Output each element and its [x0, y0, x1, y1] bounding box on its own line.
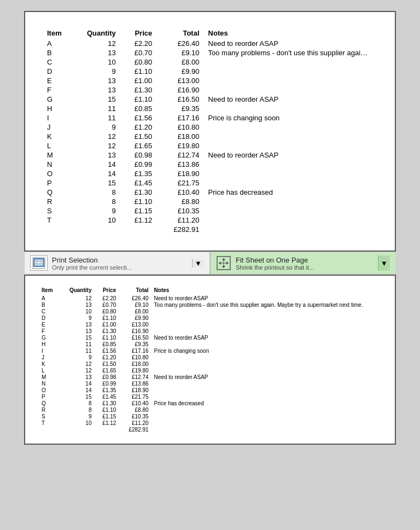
cell-qty-s: 15 — [62, 393, 97, 400]
cell-item-s: Q — [42, 400, 62, 406]
cell-item-s: T — [42, 420, 62, 426]
cell-item-s: F — [42, 328, 62, 334]
cell-total: £8.80 — [161, 197, 208, 206]
cell-price: £1.56 — [125, 113, 161, 123]
cell-total-s: £17.16 — [121, 347, 154, 354]
table-row: N 14 £0.99 £13.86 — [47, 160, 373, 169]
cell-price: £0.80 — [125, 57, 161, 67]
cell-price-s: £2.20 — [97, 295, 121, 301]
table-row: R 8 £1.10 £8.80 — [47, 197, 373, 206]
svg-marker-10 — [222, 266, 225, 268]
cell-item: F — [47, 85, 73, 95]
cell-total-s: £16.90 — [121, 328, 154, 334]
cell-item-s: S — [42, 413, 62, 420]
cell-notes: Price is changing soon — [208, 113, 373, 123]
cell-item: D — [47, 67, 73, 76]
col-header-notes-s: Notes — [154, 287, 378, 295]
cell-notes: Need to reorder ASAP — [208, 95, 373, 104]
cell-item: P — [47, 178, 73, 188]
cell-qty-s: 15 — [62, 334, 97, 341]
table-row: F 13 £1.30 £16.90 — [47, 85, 373, 95]
cell-notes-s: Need to reorder ASAP — [154, 295, 378, 301]
cell-qty: 15 — [73, 95, 125, 104]
table-row-small: S 9 £1.15 £10.35 — [42, 413, 378, 420]
cell-price-s: £1.10 — [97, 314, 121, 321]
cell-qty-s: 8 — [62, 406, 97, 413]
cell-qty-s: 11 — [62, 347, 97, 354]
cell-price: £1.20 — [125, 123, 161, 132]
cell-total-s: £13.00 — [121, 321, 154, 328]
svg-rect-1 — [34, 259, 38, 262]
cell-notes-s — [154, 380, 378, 387]
cell-notes-s — [154, 406, 378, 413]
cell-total: £12.74 — [161, 150, 208, 160]
print-selection-sublabel: Only print the current selecti... — [52, 264, 188, 271]
col-header-total-s: Total — [121, 287, 154, 295]
cell-notes-s — [154, 387, 378, 393]
cell-notes-s — [154, 328, 378, 334]
cell-total-s: £10.40 — [121, 400, 154, 406]
table-row: D 9 £1.10 £9.90 — [47, 67, 373, 76]
cell-total-s: £10.35 — [121, 413, 154, 420]
cell-notes — [208, 178, 373, 188]
cell-qty-s: 12 — [62, 295, 97, 301]
cell-total-s: £9.10 — [121, 301, 154, 308]
cell-qty: 14 — [73, 169, 125, 178]
cell-item-s: I — [42, 347, 62, 354]
cell-price: £1.30 — [125, 85, 161, 95]
fit-sheet-text: Fit Sheet on One Page Shrink the printou… — [236, 256, 374, 271]
cell-total: £19.80 — [161, 141, 208, 150]
cell-price-s: £0.98 — [97, 374, 121, 380]
table-row: A 12 £2.20 £26.40 Need to reorder ASAP — [47, 39, 373, 48]
print-selection-section: Print Selection Only print the current s… — [25, 252, 210, 274]
cell-item-s: K — [42, 360, 62, 367]
fit-sheet-dropdown[interactable]: ▼ — [378, 255, 390, 271]
cell-item: H — [47, 104, 73, 113]
cell-item: I — [47, 113, 73, 123]
cell-price: £1.45 — [125, 178, 161, 188]
cell-notes-s — [154, 420, 378, 426]
table-row-small: K 12 £1.50 £18.00 — [42, 360, 378, 367]
col-header-item-s: Item — [42, 287, 62, 295]
cell-total-s: £9.90 — [121, 314, 154, 321]
cell-item: O — [47, 169, 73, 178]
cell-notes — [208, 104, 373, 113]
cell-notes-s: Price has decreased — [154, 400, 378, 406]
table-row: O 14 £1.35 £18.90 — [47, 169, 373, 178]
table-row-small: L 12 £1.65 £19.80 — [42, 367, 378, 374]
cell-item-s: O — [42, 387, 62, 393]
cell-item-s: C — [42, 308, 62, 314]
cell-total: £13.86 — [161, 160, 208, 169]
cell-price-s: £1.45 — [97, 393, 121, 400]
cell-item: B — [47, 48, 73, 57]
table-row: P 15 £1.45 £21.75 — [47, 178, 373, 188]
cell-total: £9.90 — [161, 67, 208, 76]
cell-notes-s — [154, 367, 378, 374]
table-row: S 9 £1.15 £10.35 — [47, 206, 373, 216]
cell-notes-s — [154, 354, 378, 360]
cell-price: £1.50 — [125, 132, 161, 141]
cell-notes-s — [154, 393, 378, 400]
cell-total: £10.80 — [161, 123, 208, 132]
cell-price-s: £1.30 — [97, 328, 121, 334]
cell-price-s: £1.35 — [97, 387, 121, 393]
cell-item-s: G — [42, 334, 62, 341]
table-row-small: F 13 £1.30 £16.90 — [42, 328, 378, 334]
cell-qty: 9 — [73, 123, 125, 132]
col-header-total: Total — [161, 28, 208, 39]
cell-qty: 13 — [73, 150, 125, 160]
cell-item: N — [47, 160, 73, 169]
cell-total-s: £11.20 — [121, 420, 154, 426]
col-header-price: Price — [125, 28, 161, 39]
cell-item: L — [47, 141, 73, 150]
cell-qty-s: 9 — [62, 314, 97, 321]
cell-price: £2.20 — [125, 39, 161, 48]
cell-item-s: R — [42, 406, 62, 413]
data-table-normal: Item Quantity Price Total Notes A 12 £2.… — [47, 28, 373, 234]
table-row-small: Q 8 £1.30 £10.40 Price has decreased — [42, 400, 378, 406]
cell-price-s: £1.50 — [97, 360, 121, 367]
table-row-small: G 15 £1.10 £16.50 Need to reorder ASAP — [42, 334, 378, 341]
table-row-small: H 11 £0.85 £9.35 — [42, 341, 378, 347]
print-selection-dropdown[interactable]: ▼ — [192, 259, 204, 267]
table-row-small: O 14 £1.35 £18.90 — [42, 387, 378, 393]
